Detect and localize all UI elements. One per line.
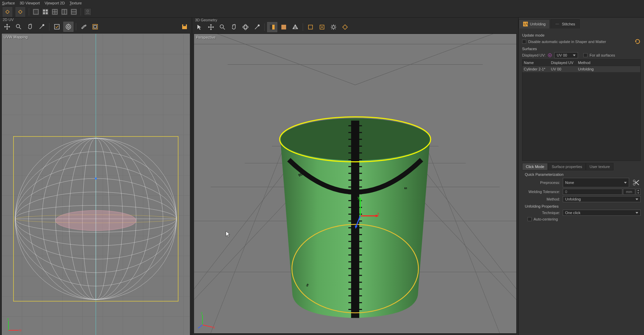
- welding-input[interactable]: 0: [563, 189, 622, 195]
- svg-point-127: [550, 55, 551, 56]
- perspective-viewport[interactable]: Perspective: [194, 34, 517, 334]
- svg-rect-1: [43, 9, 45, 12]
- uv-icon: UV: [523, 22, 528, 26]
- svg-marker-125: [635, 41, 637, 43]
- isolate-b-icon[interactable]: [317, 22, 327, 32]
- scissors-icon[interactable]: [631, 178, 641, 187]
- svg-rect-0: [34, 9, 38, 14]
- zoom-tool-icon[interactable]: [14, 22, 24, 32]
- floppy-icon[interactable]: [179, 22, 190, 32]
- gear-target-icon[interactable]: [63, 22, 73, 32]
- panel-2d-header: 2D UV: [0, 18, 192, 22]
- svg-point-59: [332, 26, 335, 28]
- welding-spinner[interactable]: [636, 189, 641, 195]
- svg-point-48: [220, 25, 223, 28]
- orbit-tool-icon[interactable]: [240, 22, 251, 32]
- surfaces-table: Name Displayed UV Method Cylinder 2-1* U…: [522, 59, 641, 161]
- svg-text:y: y: [201, 311, 203, 315]
- wireframe-mode-icon[interactable]: [290, 22, 300, 32]
- move3d-tool-icon[interactable]: [206, 22, 216, 32]
- zoom3d-tool-icon[interactable]: [217, 22, 228, 32]
- user-icon[interactable]: [84, 8, 91, 16]
- brush-tool-icon[interactable]: [37, 22, 47, 32]
- unfold-left-icon[interactable]: [2, 6, 13, 17]
- disable-auto-checkbox[interactable]: [522, 40, 526, 44]
- tab-stitches[interactable]: Stitches: [551, 19, 579, 28]
- move-tool-icon[interactable]: [2, 22, 12, 32]
- svg-rect-21: [93, 24, 98, 29]
- uvw-viewport[interactable]: UVW Mapping: [1, 33, 190, 335]
- svg-rect-56: [308, 25, 313, 29]
- shaded-mode-icon[interactable]: [267, 22, 277, 32]
- menu-3d-viewport[interactable]: 3D Viewport: [20, 1, 40, 5]
- preprocess-dropdown[interactable]: None: [563, 178, 629, 187]
- svg-rect-54: [270, 25, 272, 29]
- panel-properties: UV Unfolding Stitches Update mode Disabl…: [519, 18, 644, 335]
- target-icon: [548, 53, 552, 58]
- col-method: Method: [578, 61, 639, 65]
- subtab-user-texture[interactable]: User texture: [586, 163, 614, 170]
- stitches-icon: [555, 22, 560, 26]
- svg-text:UV: UV: [524, 22, 528, 26]
- svg-line-120: [198, 325, 202, 328]
- texture-mode-icon[interactable]: [279, 22, 289, 32]
- grid1-icon[interactable]: [32, 8, 40, 16]
- refresh-icon[interactable]: [635, 39, 641, 45]
- svg-point-18: [66, 24, 71, 29]
- disable-auto-label: Disable automatic update in Shaper and M…: [528, 40, 606, 44]
- uvw-viewport-label: UVW Mapping: [4, 35, 28, 39]
- method-dropdown[interactable]: Unfolding: [563, 196, 641, 202]
- displayed-uv-dropdown[interactable]: UV 00: [554, 52, 578, 58]
- svg-point-58: [321, 26, 323, 28]
- svg-rect-2: [46, 9, 48, 12]
- svg-line-73: [194, 34, 355, 85]
- svg-point-12: [87, 10, 89, 12]
- panel-3d-geometry: 3D Geometry Perspective: [192, 18, 519, 335]
- check-a-icon[interactable]: [52, 22, 62, 32]
- pan3d-tool-icon[interactable]: [229, 22, 239, 32]
- gear-icon[interactable]: [328, 22, 339, 32]
- panel-2d-uv: 2D UV UVW Mapping: [0, 18, 192, 335]
- preprocess-label: Preprocess:: [522, 181, 563, 185]
- table-row[interactable]: Cylinder 2-1* UV 00 Unfolding: [522, 66, 640, 72]
- svg-line-70: [425, 143, 500, 333]
- menubar: SSurfaceurface 3D Viewport Viewport 2D T…: [0, 0, 644, 6]
- layout-b-icon[interactable]: [70, 8, 78, 16]
- tab-unfolding[interactable]: UV Unfolding: [519, 19, 550, 28]
- svg-line-69: [211, 143, 285, 333]
- unfold-right-icon[interactable]: [15, 6, 26, 17]
- panel-3d-toolbar: [192, 22, 518, 32]
- cursor-tool-icon[interactable]: [194, 22, 205, 32]
- svg-line-49: [223, 28, 225, 29]
- isolate-a-icon[interactable]: [305, 22, 316, 32]
- menu-texture[interactable]: Texture: [69, 1, 82, 5]
- welding-label: Welding Tolerance:: [522, 190, 563, 194]
- frame-icon[interactable]: [90, 22, 100, 32]
- layout-a-icon[interactable]: [61, 8, 68, 16]
- wrench-icon[interactable]: [79, 22, 89, 32]
- menu-viewport-2d[interactable]: Viewport 2D: [45, 1, 65, 5]
- for-all-checkbox[interactable]: [583, 53, 587, 57]
- svg-rect-76: [351, 121, 359, 318]
- paint-tool-icon[interactable]: [252, 22, 262, 32]
- pan-tool-icon[interactable]: [25, 22, 35, 32]
- diamond-icon[interactable]: [340, 22, 350, 32]
- perspective-viewport-label: Perspective: [196, 35, 215, 39]
- svg-point-43: [95, 177, 97, 180]
- quick-param-label: Quick Parameterization: [522, 172, 641, 176]
- subtab-click-mode[interactable]: Click Mode: [522, 163, 548, 170]
- technique-dropdown[interactable]: One click: [563, 210, 641, 216]
- svg-rect-22: [94, 25, 96, 28]
- unfold-props-label: Unfolding Properties: [522, 204, 641, 208]
- welding-unit: mm: [623, 189, 635, 195]
- grid4-icon[interactable]: [42, 8, 49, 16]
- grid-split-icon[interactable]: [51, 8, 59, 16]
- svg-point-42: [56, 210, 136, 231]
- autocenter-label: Auto-centering: [534, 217, 558, 221]
- menu-surface[interactable]: SSurfaceurface: [2, 1, 15, 5]
- subtab-surface-props[interactable]: Surface properties: [548, 163, 586, 170]
- svg-text:x: x: [213, 325, 215, 329]
- autocenter-checkbox[interactable]: [528, 217, 532, 221]
- subtabs: Click Mode Surface properties User textu…: [522, 163, 641, 170]
- svg-text:y: y: [358, 195, 360, 200]
